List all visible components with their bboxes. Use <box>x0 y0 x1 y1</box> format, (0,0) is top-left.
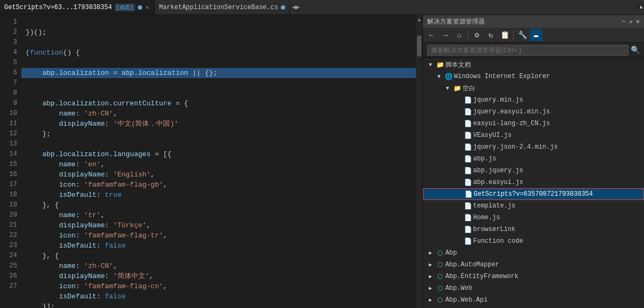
ie-icon: 🌐 <box>444 72 453 81</box>
se-search-input[interactable] <box>427 45 629 56</box>
tree-template[interactable]: 📄 template.js <box>423 200 644 212</box>
json-label: jquery.json-2.4.min.js <box>473 143 557 151</box>
tree-jquery-json[interactable]: 📄 jquery.json-2.4.min.js <box>423 141 644 153</box>
web-api-label: Abp.Web.Api <box>445 296 488 304</box>
code-editor: 1 2 3 4 5 6 7 8 9 10 11 12 13 14 15 16 1… <box>0 15 422 308</box>
tab-marketservice-label: MarketApplicationServiceBase.cs <box>159 4 278 11</box>
tree-jquery-min[interactable]: 📄 jquery.min.js <box>423 94 644 106</box>
ef-label: Abp.EntityFramework <box>445 273 519 280</box>
js-icon-home: 📄 <box>464 213 472 222</box>
tree-abp-ef[interactable]: ▶ ⬡ Abp.EntityFramework <box>423 271 644 282</box>
tree-scripts-root[interactable]: ▼ 📁 脚本文档 <box>423 59 644 71</box>
code-content[interactable]: })(); (function() { abp.localization = a… <box>21 15 416 308</box>
se-settings-btn[interactable]: ⚙ <box>470 29 483 41</box>
proj-icon-web-api: ⬡ <box>436 296 444 304</box>
abp-js-label: abp.js <box>473 155 496 163</box>
proj-icon-automapper: ⬡ <box>436 260 444 269</box>
js-icon-veasyui: 📄 <box>464 131 472 140</box>
tab-right-arrow[interactable]: ▶ <box>296 3 300 11</box>
scripts-label: 脚本文档 <box>445 60 471 70</box>
tree-abp-automapper[interactable]: ▶ ⬡ Abp.AutoMapper <box>423 259 644 271</box>
automapper-label: Abp.AutoMapper <box>445 261 499 268</box>
tab-scroll-arrows: ◀ ▶ <box>290 3 302 11</box>
tree-jquery-easyui[interactable]: 📄 jquery.easyui.min.js <box>423 106 644 118</box>
arrow-scripts: ▼ <box>426 62 435 68</box>
tab-left-arrow[interactable]: ◀ <box>292 3 296 11</box>
se-title-bar: 解决方案资源管理器 – ↗ ✕ <box>423 15 644 28</box>
veasyui-label: VEasyUI.js <box>473 132 512 139</box>
se-toolbar: ← → ⌂ ⚙ ↻ 📋 🔧 ▬ <box>423 28 644 43</box>
lang-label: easyui-lang-zh_CN.js <box>473 120 550 127</box>
empty-label: 空白 <box>462 84 475 93</box>
abp-proj-label: Abp <box>445 249 457 257</box>
tab-getscripts[interactable]: GetScripts?v=63...1793038354 [动态] ✕ <box>0 0 155 14</box>
tab-modified-dot <box>138 5 142 10</box>
js-icon-abp-jquery: 📄 <box>464 166 472 175</box>
tab-marketservice[interactable]: MarketApplicationServiceBase.cs <box>155 0 290 14</box>
se-minimize-btn[interactable]: ▬ <box>530 29 543 41</box>
abp-jquery-label: abp.jquery.js <box>473 167 523 174</box>
tree-abp-web[interactable]: ▶ ⬡ Abp.Web <box>423 282 644 294</box>
se-pin2-icon[interactable]: ↗ <box>629 18 633 26</box>
js-icon-json: 📄 <box>464 143 472 151</box>
js-icon-template: 📄 <box>464 202 472 210</box>
tree-home-js[interactable]: 📄 Home.js <box>423 212 644 224</box>
js-icon-easyui: 📄 <box>464 107 472 116</box>
scroll-thumb[interactable] <box>417 35 421 57</box>
abp-easyui-label: abp.easyui.js <box>473 179 523 186</box>
arrow-automapper: ▶ <box>426 261 435 268</box>
tab-getscripts-label: GetScripts?v=63...1793038354 <box>4 4 112 11</box>
se-forward-btn[interactable]: → <box>439 29 452 41</box>
editor-scrollbar[interactable]: ▲ <box>416 15 422 308</box>
js-icon-lang: 📄 <box>464 119 472 128</box>
se-close-icon[interactable]: ✕ <box>636 18 640 26</box>
folder-scripts-icon: 📁 <box>436 60 444 69</box>
editor-scroll-up[interactable]: ▲ <box>638 4 644 10</box>
web-label: Abp.Web <box>445 284 472 292</box>
tree-abp-js[interactable]: 📄 abp.js <box>423 153 644 165</box>
tree-abp-proj[interactable]: ▶ ⬡ Abp <box>423 247 644 259</box>
proj-icon-abp: ⬡ <box>436 249 444 257</box>
se-pin-icon[interactable]: – <box>622 18 625 26</box>
tree-easyui-lang[interactable]: 📄 easyui-lang-zh_CN.js <box>423 118 644 129</box>
tree-veasyui[interactable]: 📄 VEasyUI.js <box>423 129 644 141</box>
se-refresh-btn[interactable]: ↻ <box>484 29 497 41</box>
tree-abp-easyui[interactable]: 📄 abp.easyui.js <box>423 176 644 188</box>
scroll-up-btn[interactable]: ▲ <box>418 15 421 25</box>
se-search-icon[interactable]: 🔍 <box>631 45 640 55</box>
jquery-min-label: jquery.min.js <box>473 96 523 104</box>
tab2-dot <box>281 5 285 10</box>
tree-abp-jquery[interactable]: 📄 abp.jquery.js <box>423 165 644 176</box>
getscripts-label: GetScripts?v=635708721793038354 <box>474 190 593 198</box>
tree-ie-root[interactable]: ▼ 🌐 Windows Internet Explorer <box>423 71 644 82</box>
se-home-btn[interactable]: ⌂ <box>453 29 466 41</box>
tab-getscripts-badge: [动态] <box>115 4 135 11</box>
js-icon-jquery-min: 📄 <box>464 96 472 104</box>
se-search-bar: 🔍 <box>423 43 644 58</box>
folder-empty-icon: 📁 <box>453 84 461 93</box>
tree-empty[interactable]: ▼ 📁 空白 <box>423 82 644 94</box>
se-title-text: 解决方案资源管理器 <box>427 17 619 26</box>
main-area: 1 2 3 4 5 6 7 8 9 10 11 12 13 14 15 16 1… <box>0 15 644 308</box>
function-code-label: Function code <box>473 237 523 245</box>
tree-getscripts[interactable]: 📄 GetScripts?v=635708721793038354 <box>423 188 644 200</box>
tab-bar: GetScripts?v=63...1793038354 [动态] ✕ Mark… <box>0 0 644 15</box>
se-back-btn[interactable]: ← <box>425 29 438 41</box>
proj-icon-web: ⬡ <box>436 284 444 292</box>
proj-icon-ef: ⬡ <box>436 272 444 281</box>
tree-browser-link[interactable]: 📄 browserLink <box>423 224 644 235</box>
template-label: template.js <box>473 202 515 210</box>
arrow-abp: ▶ <box>426 250 435 256</box>
tree-function-code[interactable]: 📄 Function code <box>423 235 644 247</box>
js-icon-getscripts: 📄 <box>464 190 473 198</box>
js-icon-abp-easyui: 📄 <box>464 178 472 187</box>
se-clipboard-btn[interactable]: 📋 <box>498 29 511 41</box>
se-title-icons: – ↗ ✕ <box>622 18 640 26</box>
tab-getscripts-close[interactable]: ✕ <box>145 4 150 11</box>
tree-abp-web-api[interactable]: ▶ ⬡ Abp.Web.Api <box>423 294 644 306</box>
ie-label: Windows Internet Explorer <box>454 73 550 80</box>
solution-explorer: 解决方案资源管理器 – ↗ ✕ ← → ⌂ ⚙ ↻ 📋 🔧 ▬ 🔍 <box>422 15 644 308</box>
se-sep2 <box>513 31 514 40</box>
js-icon-abp: 📄 <box>464 155 472 163</box>
se-tools-btn[interactable]: 🔧 <box>516 29 529 41</box>
